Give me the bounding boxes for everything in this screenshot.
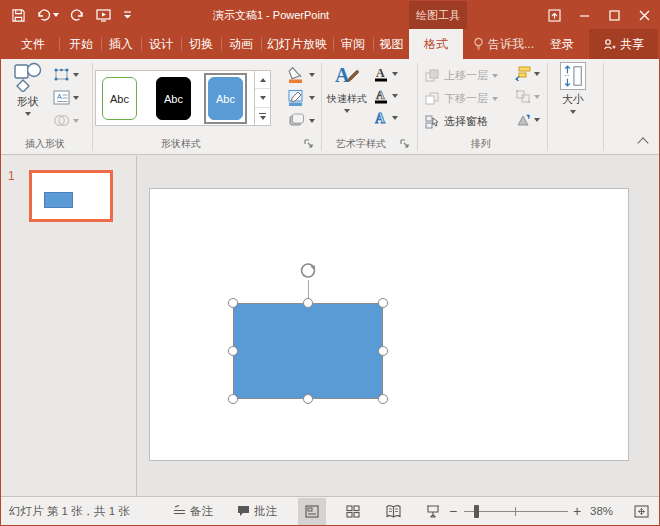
close-button[interactable] [629,1,659,29]
ribbon-format: 形状 A 插入形状 Abc Abc Abc [1,59,659,155]
undo-dropdown-arrow-icon[interactable] [53,13,59,17]
drawing-tools-context-tab[interactable]: 绘图工具 [409,1,467,29]
share-button[interactable]: 共享 [589,29,658,59]
tell-me-box[interactable]: 告诉我... [473,29,534,59]
maximize-button[interactable] [599,1,629,29]
svg-text:A: A [376,88,385,102]
shape-fill-button[interactable] [286,66,315,84]
fit-to-window-button[interactable] [627,498,655,525]
size-button[interactable]: 大小 [551,62,595,114]
collapse-ribbon-icon [637,137,648,148]
tab-insert[interactable]: 插入 [102,29,140,59]
tab-view[interactable]: 视图 [374,29,409,59]
start-slideshow-button[interactable] [93,7,114,24]
gallery-more-button[interactable] [255,108,270,125]
share-person-icon [603,38,616,51]
send-backward-icon [425,92,440,106]
rectangle-shape[interactable] [233,303,383,399]
tab-file[interactable]: 文件 [9,29,57,59]
tab-design[interactable]: 设计 [142,29,180,59]
tab-transitions[interactable]: 切换 [182,29,220,59]
rotation-handle-icon[interactable] [298,260,318,280]
slide-thumbnail-1[interactable] [29,170,113,222]
shape-style-swatch-2[interactable]: Abc [156,77,191,120]
wordart-dialog-launcher-icon[interactable] [400,139,410,149]
comments-button[interactable]: 批注 [237,497,277,525]
collapse-ribbon-button[interactable] [639,139,647,147]
edit-shape-button[interactable] [53,67,79,82]
quick-styles-button[interactable]: A 快速样式 [325,62,369,113]
powerpoint-window: 演示文稿1 - PowerPoint 绘图工具 文件 开始 插入 设计 切换 [0,0,660,526]
resize-handle-top-left[interactable] [228,298,238,308]
slide-counter: 幻灯片 第 1 张，共 1 张 [9,497,130,525]
selection-pane-button[interactable]: 选择窗格 [425,114,488,129]
normal-view-button[interactable] [298,498,326,525]
redo-button[interactable] [68,7,87,23]
arrange-group-label: 排列 [441,137,521,151]
resize-handle-bottom-right[interactable] [378,394,388,404]
shapes-icon [13,62,43,92]
svg-text:A: A [376,66,385,80]
text-fill-button[interactable]: A [373,66,398,82]
status-bar: 幻灯片 第 1 张，共 1 张 备注 批注 − + 38% [1,496,659,525]
zoom-in-button[interactable]: + [573,497,581,525]
group-separator [417,63,418,151]
shape-style-swatch-1[interactable]: Abc [102,77,137,120]
zoom-slider-track[interactable] [464,511,568,512]
edit-shape-icon [53,67,70,82]
tab-animations[interactable]: 动画 [222,29,260,59]
resize-handle-middle-left[interactable] [228,346,238,356]
text-fill-dropdown-arrow-icon [392,72,398,76]
shape-outline-button[interactable] [286,89,315,107]
undo-button[interactable] [34,7,62,23]
ribbon-display-options-button[interactable] [539,1,569,29]
reading-view-button[interactable] [379,498,407,525]
tab-slideshow[interactable]: 幻灯片放映 [262,29,332,59]
zoom-out-button[interactable]: − [449,497,457,525]
slideshow-view-button[interactable] [419,498,447,525]
group-objects-icon [515,89,531,104]
slide-canvas[interactable] [149,188,629,461]
svg-text:A: A [335,64,350,86]
save-button[interactable] [9,7,28,24]
gallery-scroll-up-button[interactable] [255,71,270,89]
resize-handle-top-right[interactable] [378,298,388,308]
minimize-button[interactable] [569,1,599,29]
slide-thumbnails-panel[interactable]: 1 [1,156,137,496]
bring-forward-dropdown-arrow-icon [492,74,498,78]
resize-handle-middle-right[interactable] [378,346,388,356]
text-effects-button[interactable]: A [373,110,398,126]
size-icon [560,62,586,90]
minimize-icon [579,10,590,21]
align-button[interactable] [515,66,540,81]
zoom-slider-handle[interactable] [474,505,479,518]
selection-pane-icon [425,115,440,129]
shape-effects-button[interactable] [286,112,315,130]
bring-forward-button: 上移一层 [425,68,498,83]
resize-handle-bottom-left[interactable] [228,394,238,404]
sign-in-button[interactable]: 登录 [550,29,574,59]
tab-format-active[interactable]: 格式 [409,29,463,59]
quick-styles-dropdown-arrow-icon [344,109,350,113]
rotate-dropdown-arrow-icon [534,118,540,122]
tab-home[interactable]: 开始 [62,29,100,59]
align-dropdown-arrow-icon [534,72,540,76]
slide-sorter-view-button[interactable] [339,498,367,525]
gallery-scroll-down-button[interactable] [255,89,270,107]
slide-number: 1 [8,169,15,183]
notes-button[interactable]: 备注 [173,497,213,525]
shapes-gallery-button[interactable]: 形状 [5,62,51,116]
resize-handle-bottom-center[interactable] [303,394,313,404]
shape-styles-dialog-launcher-icon[interactable] [304,139,314,149]
text-outline-button[interactable]: A [373,88,398,104]
shape-style-swatch-3-selected[interactable]: Abc [208,77,243,120]
resize-handle-top-center[interactable] [303,298,313,308]
zoom-level[interactable]: 38% [590,497,613,525]
merge-shapes-button [53,113,79,128]
rotate-button[interactable] [515,112,540,127]
group-separator [321,63,322,151]
tab-review[interactable]: 审阅 [334,29,372,59]
quick-access-toolbar [9,1,135,29]
qat-customize-button[interactable] [120,8,135,22]
text-box-button[interactable]: A [53,90,79,105]
